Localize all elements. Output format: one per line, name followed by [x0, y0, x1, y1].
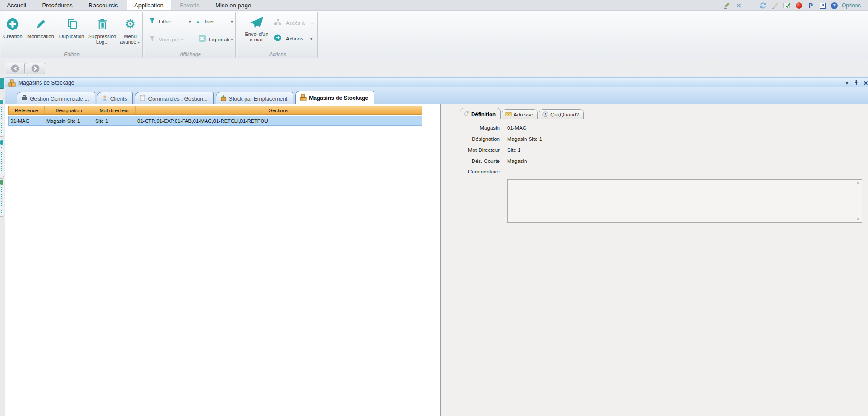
- collapsed-panel-tab[interactable]: [0, 178, 4, 217]
- column-header-mot-directeur[interactable]: Mot directeur: [93, 106, 136, 114]
- exportation-dropdown-arrow[interactable]: ▼: [230, 38, 234, 41]
- vues-predefinies-button: Vues pré: [159, 37, 180, 42]
- document-icon: [139, 95, 146, 103]
- options-label[interactable]: Options: [842, 2, 861, 9]
- highlighter-icon[interactable]: [771, 2, 779, 10]
- field-label-magasin: Magasin: [445, 125, 500, 131]
- menu-mise-en-page[interactable]: Mise en page: [208, 0, 258, 10]
- pencil-icon: [25, 14, 57, 34]
- detail-panel: Magasin 01-MAG Désignation Magasin Site …: [442, 104, 868, 416]
- creation-button[interactable]: Création: [2, 14, 24, 46]
- menu-application[interactable]: Application: [127, 0, 171, 10]
- scroll-down-icon[interactable]: ∨: [857, 217, 860, 221]
- panel-icon: [0, 140, 3, 145]
- tab-gestion-commerciale[interactable]: Gestion Commerciale ...: [17, 92, 95, 104]
- page-title: Magasins de Stockage: [18, 80, 74, 86]
- menu-raccourcis[interactable]: Raccourcis: [81, 0, 125, 10]
- trash-icon: [87, 14, 118, 34]
- refresh-icon[interactable]: [759, 2, 767, 10]
- tab-commandes-gestion[interactable]: Commandes : Gestion...: [135, 92, 213, 104]
- group-label-affichage: Affichage: [145, 52, 235, 57]
- cell-mot-directeur: Site 1: [93, 116, 136, 125]
- close-icon[interactable]: ✕: [863, 80, 868, 87]
- filtrer-button[interactable]: Filtrer: [159, 19, 172, 24]
- arrow-circle-icon[interactable]: [274, 34, 281, 43]
- filter-icon[interactable]: [149, 17, 155, 26]
- tab-clients[interactable]: Clients: [97, 92, 133, 104]
- window-check-icon[interactable]: [783, 2, 791, 10]
- field-value-magasin: 01-MAG: [507, 125, 527, 131]
- exportation-button[interactable]: Exportati: [209, 37, 229, 42]
- panel-icon: [0, 180, 3, 185]
- tab-magasins-de-stockage[interactable]: Magasins de Stockage: [295, 91, 374, 104]
- table-row[interactable]: 01-MAG Magasin Site 1 Site 1 01-CTR,01-E…: [8, 116, 422, 126]
- field-label-des-courte: Dés. Courte: [445, 158, 500, 164]
- detail-tab-bar: Définition Adresse Qui,Quand?: [460, 108, 584, 119]
- field-label-mot-directeur: Mot Directeur: [445, 147, 500, 153]
- filtrer-dropdown-arrow[interactable]: ▼: [188, 20, 192, 23]
- document-title-bar: Magasins de Stockage ▼ ✕: [5, 77, 868, 87]
- tab-adresse[interactable]: Adresse: [502, 109, 538, 119]
- forward-button[interactable]: [26, 63, 45, 74]
- menu-avance-button[interactable]: ⚙ Menuavancé▼: [119, 14, 142, 46]
- sort-asc-icon[interactable]: ▲: [195, 19, 200, 24]
- menu-procedures[interactable]: Procédures: [35, 0, 79, 10]
- collapsed-panel-tab[interactable]: [0, 98, 4, 137]
- actions-dropdown-arrow[interactable]: ▼: [310, 37, 313, 40]
- column-header-sections[interactable]: Sections: [136, 106, 422, 114]
- record-icon[interactable]: [795, 2, 803, 10]
- signature-pen-icon[interactable]: [723, 2, 731, 10]
- briefcase-icon: [21, 95, 28, 103]
- trier-button[interactable]: Trier: [204, 19, 214, 24]
- menu-bar: Accueil Procédures Raccourcis Applicatio…: [0, 0, 868, 11]
- detail-page: Magasin 01-MAG Désignation Magasin Site …: [445, 119, 868, 416]
- tab-qui-quand[interactable]: Qui,Quand?: [539, 109, 584, 119]
- table-header: Référence Désignation Mot directeur Sect…: [8, 106, 422, 115]
- cancel-icon[interactable]: ✕: [735, 2, 742, 10]
- gear-icon: ⚙: [120, 14, 141, 34]
- commentaire-text: [508, 180, 853, 222]
- tab-definition[interactable]: Définition: [460, 108, 501, 119]
- stock-box-icon: [220, 95, 227, 103]
- ribbon-group-actions: Envoi d'une-mail Accès à ▼ Actions ▼ Act…: [238, 12, 318, 58]
- group-label-edition: Edition: [1, 52, 142, 57]
- acces-a-button: Accès à: [286, 20, 305, 26]
- help-icon[interactable]: ?: [831, 2, 838, 9]
- panel-icon: [0, 100, 3, 104]
- menu-favoris: Favoris: [173, 0, 206, 10]
- envoi-email-button[interactable]: Envoi d'une-mail: [242, 14, 271, 42]
- collapsed-panel-button[interactable]: [0, 78, 4, 89]
- plus-circle-icon: [3, 14, 23, 34]
- cell-reference: 01-MAG: [9, 116, 45, 125]
- field-label-designation: Désignation: [445, 136, 500, 142]
- tag-icon: [463, 110, 469, 117]
- field-value-designation: Magasin Site 1: [507, 136, 542, 142]
- commentaire-scrollbar[interactable]: ∧ ∨: [854, 180, 862, 222]
- records-list-panel: Référence Désignation Mot directeur Sect…: [5, 104, 441, 416]
- pin-icon[interactable]: [854, 79, 859, 87]
- envelope-icon: [505, 111, 512, 118]
- titlebar-menu-caret-icon[interactable]: ▼: [845, 81, 849, 86]
- commentaire-textarea[interactable]: ∧ ∨: [507, 179, 862, 223]
- modification-button[interactable]: Modification: [24, 14, 58, 46]
- suppression-button[interactable]: SuppressionLog...: [86, 14, 119, 46]
- filter-disabled-icon: [149, 35, 155, 44]
- duplication-button[interactable]: Duplication: [57, 14, 86, 46]
- actions-button[interactable]: Actions: [286, 36, 303, 41]
- warehouse-icon: [8, 79, 16, 87]
- trier-dropdown-arrow[interactable]: ▼: [230, 20, 234, 23]
- column-header-reference[interactable]: Référence: [9, 106, 45, 114]
- cell-sections: 01-CTR,01-EXP,01-FAB,01-MAG,01-RETCLI,01…: [136, 116, 422, 125]
- column-header-designation[interactable]: Désignation: [45, 106, 93, 114]
- open-window-icon[interactable]: [819, 2, 827, 10]
- group-label-actions: Actions: [238, 52, 317, 57]
- excel-export-icon[interactable]: [199, 35, 206, 44]
- back-button[interactable]: [6, 63, 25, 74]
- letter-p-icon[interactable]: P: [807, 2, 815, 10]
- menu-accueil[interactable]: Accueil: [0, 0, 33, 10]
- collapsed-panel-tab[interactable]: [0, 139, 4, 177]
- ribbon-group-affichage: Filtrer ▼ ▲ Trier ▼ Vues pré ▼ Exportati…: [145, 12, 236, 58]
- clock-icon: [542, 111, 548, 118]
- scroll-up-icon[interactable]: ∧: [857, 181, 860, 185]
- tab-stock-par-emplacement[interactable]: Stock par Emplacement: [216, 92, 293, 104]
